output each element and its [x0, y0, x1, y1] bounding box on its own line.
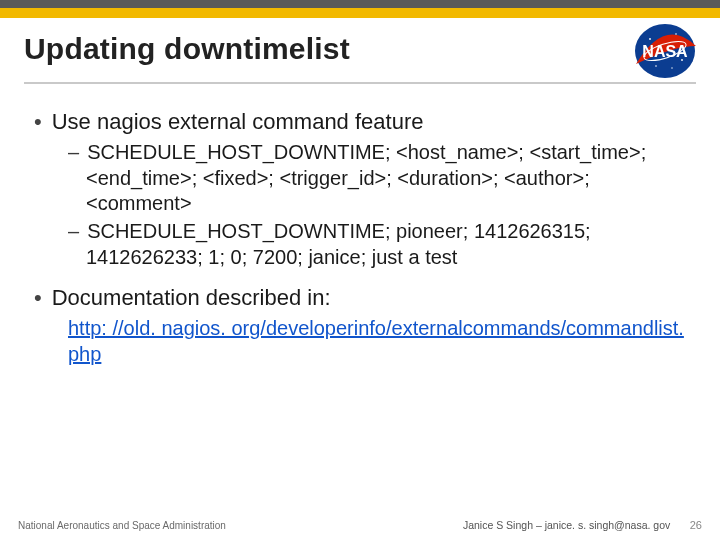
bullet-1: •Use nagios external command feature — [34, 108, 692, 136]
doc-link[interactable]: http: //old. nagios. org/developerinfo/e… — [68, 316, 688, 367]
bullet-2-text: Documentation described in: — [52, 285, 331, 310]
topbar-gold — [0, 8, 720, 18]
footer-org: National Aeronautics and Space Administr… — [18, 520, 226, 531]
footer: National Aeronautics and Space Administr… — [0, 510, 720, 540]
page-number: 26 — [690, 519, 702, 531]
slide-body: •Use nagios external command feature –SC… — [0, 84, 720, 367]
sub-bullet-1: –SCHEDULE_HOST_DOWNTIME; <host_name>; <s… — [68, 140, 692, 217]
sub-bullet-1-text: SCHEDULE_HOST_DOWNTIME; <host_name>; <st… — [86, 141, 646, 214]
bullet-2: •Documentation described in: — [34, 284, 692, 312]
footer-author: Janice S Singh – janice. s. singh@nasa. … — [463, 519, 670, 531]
slide-title: Updating downtimelist — [24, 32, 696, 66]
sub-bullet-2-text: SCHEDULE_HOST_DOWNTIME; pioneer; 1412626… — [86, 220, 591, 268]
bullet-1-text: Use nagios external command feature — [52, 109, 424, 134]
topbar-dark — [0, 0, 720, 8]
sub-bullet-2: –SCHEDULE_HOST_DOWNTIME; pioneer; 141262… — [68, 219, 692, 270]
